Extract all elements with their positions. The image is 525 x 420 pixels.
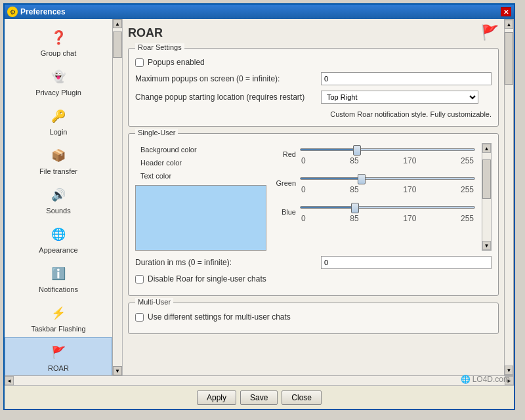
apply-button[interactable]: Apply [197, 390, 236, 405]
sidebar-item-group-chat[interactable]: ❓ Group chat [5, 22, 112, 62]
change-location-select[interactable]: Top Right Top Left Bottom Right Bottom L… [321, 91, 478, 104]
red-slider-fill [301, 149, 358, 150]
multi-user-section: Multi-User Use different settings for mu… [128, 303, 499, 334]
title-bar-left: ⚙ Preferences [7, 7, 66, 17]
max-popups-label: Maximum popups on screen (0 = infinite): [135, 74, 316, 83]
popups-enabled-row: Popups enabled [135, 58, 492, 67]
window-title: Preferences [20, 7, 66, 16]
main-scrollbar: ▲ ▼ [504, 19, 514, 375]
sliders-scroll-down[interactable]: ▼ [482, 241, 491, 250]
main-scroll-down[interactable]: ▼ [505, 366, 513, 375]
multi-user-title: Multi-User [135, 298, 173, 306]
color-option-text[interactable]: Text color [135, 169, 266, 182]
group-chat-icon: ❓ [48, 27, 69, 48]
disable-roar-checkbox[interactable] [135, 275, 144, 284]
roar-header-icon: 🚩 [481, 24, 499, 41]
sidebar-item-file-transfer[interactable]: 📦 File transfer [5, 140, 112, 180]
red-label: Red [273, 150, 296, 158]
blue-slider-thumb[interactable] [351, 203, 359, 213]
sliders-scroll-up[interactable]: ▲ [482, 144, 491, 153]
green-slider-fill [301, 178, 362, 179]
red-slider-thumb[interactable] [353, 145, 361, 156]
sliders-scroll-thumb[interactable] [482, 159, 491, 199]
use-different-label: Use different settings for multi-user ch… [148, 312, 291, 322]
page-title: ROAR [128, 26, 163, 40]
footer: Apply Save Close [5, 385, 514, 409]
green-slider-thumb[interactable] [358, 174, 366, 184]
red-slider-track [300, 148, 475, 151]
green-slider-container: 0 85 170 255 [300, 172, 475, 194]
single-user-layout: Background color Header color Text color… [135, 143, 492, 251]
popups-enabled-checkbox[interactable] [135, 58, 144, 67]
duration-row: Duration in ms (0 = infinite): 0 [135, 256, 492, 269]
sidebar: ❓ Group chat 👻 Privacy Plugin 🔑 Login 📦 … [5, 19, 123, 375]
duration-label: Duration in ms (0 = infinite): [135, 258, 316, 267]
max-popups-input[interactable]: 0 [321, 72, 492, 85]
blue-slider-row: Blue 0 85 170 [273, 201, 475, 223]
color-preview [135, 185, 266, 251]
close-button[interactable]: ✕ [501, 7, 511, 16]
blue-label: Blue [273, 208, 296, 216]
max-popups-row: Maximum popups on screen (0 = infinite):… [135, 72, 492, 85]
file-transfer-icon: 📦 [48, 145, 69, 166]
color-option-header[interactable]: Header color [135, 156, 266, 169]
multi-user-content: Use different settings for multi-user ch… [129, 303, 498, 333]
sidebar-inner: ❓ Group chat 👻 Privacy Plugin 🔑 Login 📦 … [5, 19, 112, 375]
h-scroll-track [14, 376, 505, 385]
single-user-section: Single-User Background color Header colo… [128, 133, 499, 296]
main-scroll-up[interactable]: ▲ [505, 20, 513, 29]
roar-settings-title: Roar Settings [135, 43, 184, 51]
sidebar-scroll-up[interactable]: ▲ [113, 19, 122, 28]
duration-input[interactable]: 0 [321, 256, 492, 269]
sidebar-item-login[interactable]: 🔑 Login [5, 101, 112, 140]
h-scroll-left[interactable]: ◄ [5, 376, 14, 385]
appearance-icon: 🌐 [48, 224, 69, 245]
blue-slider-fill [301, 207, 354, 208]
blue-slider-ticks: 0 85 170 255 [300, 214, 475, 223]
popups-enabled-label: Popups enabled [148, 58, 205, 67]
sidebar-item-notifications[interactable]: ℹ️ Notifications [5, 259, 112, 298]
sidebar-item-privacy-plugin[interactable]: 👻 Privacy Plugin [5, 62, 112, 101]
blue-slider-track [300, 206, 475, 209]
single-user-title: Single-User [135, 129, 178, 136]
main-header: ROAR 🚩 [128, 24, 499, 41]
main-scroll-thumb[interactable] [505, 32, 513, 85]
sidebar-scroll-down[interactable]: ▼ [113, 366, 122, 375]
sounds-icon: 🔊 [48, 184, 69, 205]
close-button-footer[interactable]: Close [282, 390, 322, 405]
color-list-area: Background color Header color Text color [135, 143, 266, 251]
watermark: 🌐 LO4D.com [461, 375, 510, 384]
sliders-scrollbar: ▲ ▼ [482, 143, 492, 251]
sidebar-scrollbar: ▲ ▼ [112, 19, 122, 375]
disable-roar-label: Disable Roar for single-user chats [148, 274, 266, 284]
roar-settings-content: Popups enabled Maximum popups on screen … [129, 49, 498, 126]
title-bar: ⚙ Preferences ✕ [5, 5, 514, 19]
sidebar-scroll-thumb[interactable] [113, 32, 122, 58]
privacy-plugin-icon: 👻 [48, 66, 69, 87]
info-text: Custom Roar notification style. Fully cu… [135, 109, 492, 119]
single-user-content: Background color Header color Text color… [129, 134, 498, 295]
red-slider-container: 0 85 170 255 [300, 143, 475, 165]
use-different-checkbox[interactable] [135, 313, 144, 322]
watermark-text: LO4D.com [472, 375, 510, 384]
sidebar-item-roar[interactable]: 🚩 ROAR [5, 337, 112, 375]
horizontal-scrollbar: ◄ ► [5, 375, 514, 385]
main-content: ROAR 🚩 Roar Settings Popups enabled Maxi… [123, 19, 504, 375]
taskbar-flashing-icon: ⚡ [48, 303, 69, 324]
login-icon: 🔑 [48, 106, 69, 127]
sidebar-item-taskbar-flashing[interactable]: ⚡ Taskbar Flashing [5, 298, 112, 337]
notifications-icon: ℹ️ [48, 263, 69, 284]
sliders-scroll-track [482, 153, 491, 241]
window-body: ❓ Group chat 👻 Privacy Plugin 🔑 Login 📦 … [5, 19, 514, 375]
preferences-window: ⚙ Preferences ✕ ❓ Group chat 👻 Privacy P… [3, 3, 515, 410]
sidebar-item-appearance[interactable]: 🌐 Appearance [5, 219, 112, 259]
roar-icon: 🚩 [48, 342, 69, 363]
save-button[interactable]: Save [240, 390, 278, 405]
main-scroll-track [505, 29, 513, 366]
sidebar-item-sounds[interactable]: 🔊 Sounds [5, 180, 112, 219]
color-option-background[interactable]: Background color [135, 143, 266, 156]
use-different-row: Use different settings for multi-user ch… [135, 312, 492, 322]
green-label: Green [273, 179, 296, 187]
window-icon: ⚙ [7, 7, 18, 17]
watermark-icon: 🌐 [461, 375, 471, 384]
